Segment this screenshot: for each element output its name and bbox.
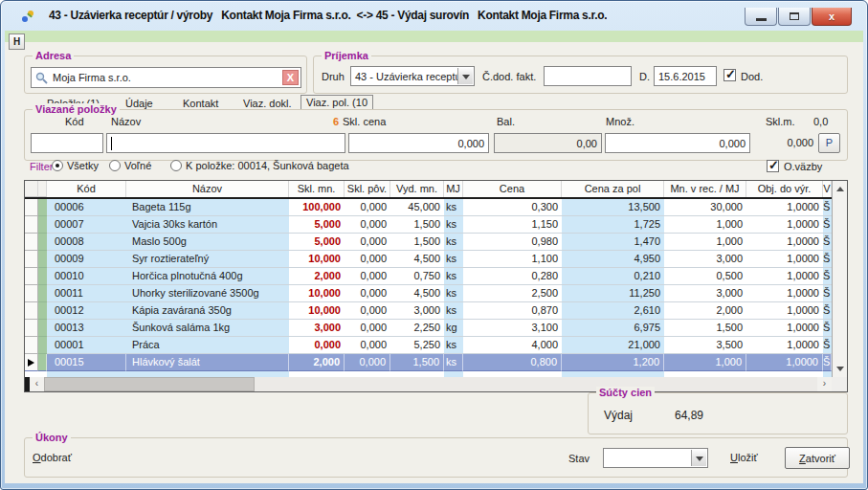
row-indicator	[38, 251, 47, 268]
scrollbar-corner	[832, 377, 847, 391]
grid-col-header[interactable]: Vyd. mn.	[390, 181, 444, 197]
scroll-down-icon[interactable]	[833, 362, 847, 376]
adresa-group-label: Adresa	[33, 50, 74, 61]
table-row[interactable]: 00007Vajcia 30ks kartón5,0000,0001,500ks…	[25, 216, 847, 234]
date-input[interactable]: 15.6.2015	[654, 66, 717, 86]
tab-3[interactable]: Kontakt	[183, 98, 218, 109]
kod-input[interactable]	[31, 133, 103, 153]
cdod-input[interactable]	[544, 66, 632, 86]
cell-mj: ks	[444, 234, 463, 251]
grid-col-header[interactable]: Názov	[126, 181, 289, 197]
grid-col-header[interactable]: V	[823, 181, 832, 197]
filter-option-3[interactable]: K položke: 00014, Šunková bageta	[170, 160, 349, 171]
mnoz-input[interactable]: 0,000	[605, 133, 750, 153]
grid-col-header[interactable]: Cena	[463, 181, 562, 197]
titlebar[interactable]: 43 - Uzávierka receptúr / výroby Kontakt…	[1, 1, 867, 31]
grid-col-header[interactable]: Obj. do výr.	[746, 181, 823, 197]
cell-cena-za-pol: 1,470	[562, 234, 664, 251]
cell-mj: ks	[444, 216, 463, 234]
sklm-value: 0,000	[758, 137, 813, 148]
filter-option-2[interactable]: Voľné	[109, 160, 151, 171]
row-selector[interactable]	[25, 251, 38, 268]
dod-checkbox[interactable]	[723, 69, 736, 81]
viazane-polozky-group: Viazané položky Kód Názov 6 Skl. cena Ba…	[24, 109, 848, 161]
row-indicator	[38, 320, 47, 337]
radio-icon[interactable]	[170, 160, 182, 171]
bal-input: 0,00	[494, 133, 602, 153]
grid-col-header[interactable]: Skl. mn.	[289, 181, 345, 197]
row-selector[interactable]	[25, 268, 38, 285]
cell-cena: 2,500	[463, 285, 562, 302]
search-icon	[35, 72, 48, 84]
table-row[interactable]: 00001Práca0,0000,0005,250ks4,00021,0003,…	[25, 337, 847, 354]
row-selector[interactable]	[25, 354, 38, 371]
cell-mn-v-rec-mj: 1,000	[664, 354, 746, 371]
cell-v: Š	[823, 216, 832, 234]
adresa-input[interactable]: Moja Firma s.r.o. X	[31, 67, 301, 88]
clear-address-button[interactable]: X	[282, 70, 299, 85]
h-button[interactable]: H	[9, 33, 25, 50]
app-window: 43 - Uzávierka receptúr / výroby Kontakt…	[0, 0, 868, 490]
row-selector[interactable]	[25, 199, 38, 216]
grid-col-header[interactable]: Cena za pol	[562, 181, 664, 197]
table-row[interactable]: 00008Maslo 500g5,0000,0001,500ks0,9801,4…	[25, 234, 847, 251]
stav-combobox[interactable]	[603, 448, 708, 468]
grid-col-header[interactable]: Skl. pôv.	[345, 181, 390, 197]
cell-cena: 0,800	[463, 354, 562, 371]
sklm-badge: 0,0	[813, 116, 828, 127]
scroll-left-icon[interactable]: ‹	[30, 377, 44, 391]
grid-col-header[interactable]: Kód	[47, 181, 126, 197]
row-selector[interactable]	[25, 216, 38, 234]
grid-col-header[interactable]: Mn. v rec. / MJ	[664, 181, 746, 197]
filter-option-1[interactable]: Všetky	[52, 160, 99, 171]
table-row[interactable]: 00009Syr roztierateľný10,0000,0004,500ks…	[25, 251, 847, 268]
bal-value: 0,00	[577, 138, 597, 149]
skl-cena-input[interactable]: 0,000	[348, 133, 489, 153]
zatvorit-button[interactable]: Zatvoriť	[785, 447, 850, 469]
hscroll-thumb[interactable]	[44, 377, 255, 391]
grid-col-header[interactable]: MJ	[444, 181, 463, 197]
filter-option-label: K položke: 00014, Šunková bageta	[186, 160, 349, 171]
table-row[interactable]: 00012Kápia zaváraná 350g10,0000,0003,000…	[25, 302, 847, 320]
close-button[interactable]: x	[812, 8, 852, 26]
radio-icon[interactable]	[52, 160, 63, 171]
cell-vyd-mn: 0,750	[390, 268, 444, 285]
odobrat-button[interactable]: Odobrať	[33, 452, 72, 463]
cell-kod: 00012	[47, 302, 126, 320]
horizontal-scrollbar[interactable]: ‹ ›	[25, 377, 832, 391]
filter-option-label: Voľné	[124, 160, 151, 171]
cell-obj-do-vyr: 1,0000	[746, 285, 823, 302]
row-selector[interactable]	[25, 234, 38, 251]
cell-obj-do-vyr: 1,0000	[746, 234, 823, 251]
row-selector[interactable]	[25, 337, 38, 354]
table-row[interactable]: 00006Bageta 115g100,0000,00045,000ks0,30…	[25, 199, 847, 216]
tab-2[interactable]: Údaje	[125, 98, 153, 109]
cell-skl-mn: 10,000	[289, 285, 345, 302]
p-button[interactable]: P	[818, 133, 840, 153]
minimize-button[interactable]	[745, 8, 777, 26]
radio-icon[interactable]	[109, 160, 121, 171]
tab-4[interactable]: Viaz. dokl.	[243, 98, 292, 109]
chevron-down-icon[interactable]	[457, 68, 473, 84]
hscroll-track[interactable]	[44, 377, 817, 391]
row-selector[interactable]	[25, 285, 38, 302]
table-row[interactable]: 00011Uhorky sterilizované 3500g10,0000,0…	[25, 285, 847, 302]
chevron-down-icon[interactable]	[691, 450, 706, 466]
scroll-up-icon[interactable]	[833, 182, 847, 196]
ulozit-button[interactable]: Uložiť	[730, 452, 758, 463]
nazov-input[interactable]	[106, 133, 345, 153]
row-selector[interactable]	[25, 302, 38, 320]
cell-mj: ks	[444, 251, 463, 268]
tab-5[interactable]: Viaz. pol. (10	[300, 95, 373, 110]
cell-kod: 00001	[47, 337, 126, 354]
maximize-button[interactable]	[778, 8, 811, 26]
table-row[interactable]: 00010Horčica plnotučná 400g2,0000,0000,7…	[25, 268, 847, 285]
cell-mj: ks	[444, 337, 463, 354]
row-selector[interactable]	[25, 320, 38, 337]
ovazby-checkbox[interactable]	[767, 160, 779, 172]
table-row[interactable]: 00015Hlávkový šalát2,0000,0001,500ks0,80…	[25, 354, 847, 371]
vertical-scrollbar[interactable]	[832, 181, 847, 377]
druh-combobox[interactable]: 43 - Uzávierka receptúr /	[350, 66, 475, 86]
table-row[interactable]: 00013Šunková saláma 1kg3,0000,0002,250kg…	[25, 320, 847, 337]
scroll-right-icon[interactable]: ›	[817, 377, 832, 391]
